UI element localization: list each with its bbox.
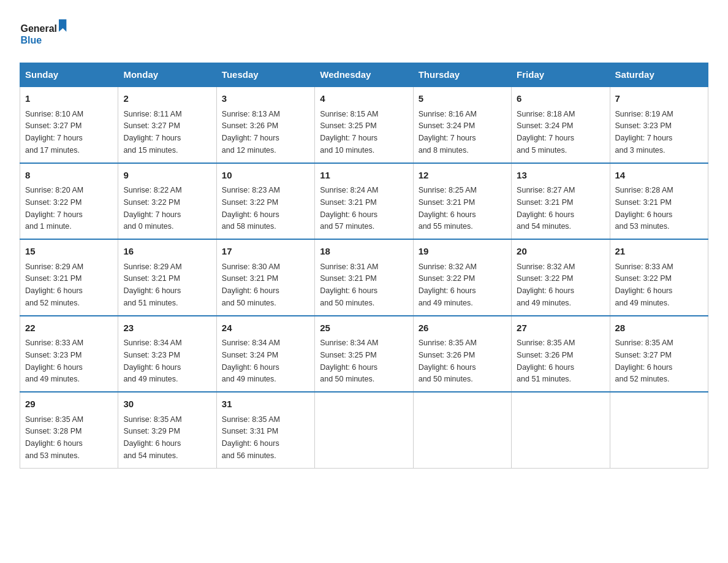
day-info: Sunrise: 8:19 AMSunset: 3:23 PMDaylight:…: [615, 110, 673, 155]
day-info: Sunrise: 8:30 AMSunset: 3:21 PMDaylight:…: [222, 262, 280, 307]
week-row-3: 15Sunrise: 8:29 AMSunset: 3:21 PMDayligh…: [20, 239, 708, 316]
calendar-cell: 28Sunrise: 8:35 AMSunset: 3:27 PMDayligh…: [610, 316, 708, 393]
calendar-cell: 10Sunrise: 8:23 AMSunset: 3:22 PMDayligh…: [216, 163, 314, 240]
calendar-cell: 30Sunrise: 8:35 AMSunset: 3:29 PMDayligh…: [118, 392, 216, 468]
calendar-header-row: SundayMondayTuesdayWednesdayThursdayFrid…: [20, 63, 708, 87]
calendar-cell: 14Sunrise: 8:28 AMSunset: 3:21 PMDayligh…: [610, 163, 708, 240]
day-number: 7: [615, 92, 703, 106]
calendar-cell: 18Sunrise: 8:31 AMSunset: 3:21 PMDayligh…: [315, 239, 413, 316]
header-thursday: Thursday: [413, 63, 511, 87]
day-number: 18: [320, 245, 408, 259]
day-info: Sunrise: 8:34 AMSunset: 3:25 PMDaylight:…: [320, 339, 378, 383]
calendar-cell: 17Sunrise: 8:30 AMSunset: 3:21 PMDayligh…: [216, 239, 314, 316]
calendar-cell: 31Sunrise: 8:35 AMSunset: 3:31 PMDayligh…: [216, 392, 314, 468]
day-info: Sunrise: 8:13 AMSunset: 3:26 PMDaylight:…: [222, 110, 280, 155]
day-info: Sunrise: 8:35 AMSunset: 3:28 PMDaylight:…: [25, 415, 83, 460]
calendar-cell: [315, 392, 413, 468]
day-number: 23: [123, 321, 211, 335]
day-number: 9: [123, 169, 211, 183]
calendar-cell: 5Sunrise: 8:16 AMSunset: 3:24 PMDaylight…: [413, 86, 511, 163]
day-number: 3: [222, 92, 309, 106]
day-number: 30: [123, 397, 211, 412]
day-info: Sunrise: 8:18 AMSunset: 3:24 PMDaylight:…: [517, 110, 575, 155]
day-number: 10: [222, 169, 309, 183]
day-info: Sunrise: 8:25 AMSunset: 3:21 PMDaylight:…: [419, 186, 477, 231]
calendar-cell: 9Sunrise: 8:22 AMSunset: 3:22 PMDaylight…: [118, 163, 216, 240]
day-number: 5: [419, 92, 506, 106]
calendar-cell: 19Sunrise: 8:32 AMSunset: 3:22 PMDayligh…: [413, 239, 511, 316]
calendar-cell: 24Sunrise: 8:34 AMSunset: 3:24 PMDayligh…: [216, 316, 314, 393]
calendar-cell: 29Sunrise: 8:35 AMSunset: 3:28 PMDayligh…: [20, 392, 118, 468]
calendar-cell: 3Sunrise: 8:13 AMSunset: 3:26 PMDaylight…: [216, 86, 314, 163]
day-info: Sunrise: 8:32 AMSunset: 3:22 PMDaylight:…: [517, 262, 575, 307]
calendar-cell: 26Sunrise: 8:35 AMSunset: 3:26 PMDayligh…: [413, 316, 511, 393]
day-info: Sunrise: 8:28 AMSunset: 3:21 PMDaylight:…: [615, 186, 673, 231]
day-number: 24: [222, 321, 309, 335]
calendar-cell: 27Sunrise: 8:35 AMSunset: 3:26 PMDayligh…: [512, 316, 610, 393]
day-number: 25: [320, 321, 408, 335]
header-friday: Friday: [512, 63, 610, 87]
calendar-cell: 7Sunrise: 8:19 AMSunset: 3:23 PMDaylight…: [610, 86, 708, 163]
week-row-4: 22Sunrise: 8:33 AMSunset: 3:23 PMDayligh…: [20, 316, 708, 393]
day-info: Sunrise: 8:20 AMSunset: 3:22 PMDaylight:…: [25, 186, 83, 231]
day-number: 14: [615, 169, 703, 183]
day-info: Sunrise: 8:24 AMSunset: 3:21 PMDaylight:…: [320, 186, 378, 231]
day-info: Sunrise: 8:35 AMSunset: 3:26 PMDaylight:…: [517, 339, 575, 383]
calendar-cell: 21Sunrise: 8:33 AMSunset: 3:22 PMDayligh…: [610, 239, 708, 316]
day-info: Sunrise: 8:31 AMSunset: 3:21 PMDaylight:…: [320, 262, 378, 307]
calendar-cell: 4Sunrise: 8:15 AMSunset: 3:25 PMDaylight…: [315, 86, 413, 163]
day-number: 16: [123, 245, 211, 259]
calendar-cell: 2Sunrise: 8:11 AMSunset: 3:27 PMDaylight…: [118, 86, 216, 163]
day-info: Sunrise: 8:15 AMSunset: 3:25 PMDaylight:…: [320, 110, 378, 155]
day-number: 12: [419, 169, 506, 183]
day-number: 15: [25, 245, 113, 259]
day-number: 20: [517, 245, 604, 259]
header-saturday: Saturday: [610, 63, 708, 87]
day-info: Sunrise: 8:23 AMSunset: 3:22 PMDaylight:…: [222, 186, 280, 231]
day-number: 1: [25, 92, 113, 106]
svg-text:Blue: Blue: [20, 35, 42, 45]
calendar-cell: 20Sunrise: 8:32 AMSunset: 3:22 PMDayligh…: [512, 239, 610, 316]
day-info: Sunrise: 8:27 AMSunset: 3:21 PMDaylight:…: [517, 186, 575, 231]
logo-svg: General Blue: [20, 15, 69, 52]
calendar-cell: 15Sunrise: 8:29 AMSunset: 3:21 PMDayligh…: [20, 239, 118, 316]
week-row-1: 1Sunrise: 8:10 AMSunset: 3:27 PMDaylight…: [20, 86, 708, 163]
calendar-cell: 6Sunrise: 8:18 AMSunset: 3:24 PMDaylight…: [512, 86, 610, 163]
day-number: 11: [320, 169, 408, 183]
day-number: 2: [123, 92, 211, 106]
day-info: Sunrise: 8:29 AMSunset: 3:21 PMDaylight:…: [123, 262, 181, 307]
day-info: Sunrise: 8:35 AMSunset: 3:27 PMDaylight:…: [615, 339, 673, 383]
day-number: 4: [320, 92, 408, 106]
day-info: Sunrise: 8:33 AMSunset: 3:22 PMDaylight:…: [615, 262, 673, 307]
calendar-cell: [610, 392, 708, 468]
logo: General Blue: [20, 15, 69, 52]
svg-marker-1: [59, 19, 66, 31]
day-number: 21: [615, 245, 703, 259]
day-info: Sunrise: 8:29 AMSunset: 3:21 PMDaylight:…: [25, 262, 83, 307]
day-info: Sunrise: 8:32 AMSunset: 3:22 PMDaylight:…: [419, 262, 477, 307]
week-row-2: 8Sunrise: 8:20 AMSunset: 3:22 PMDaylight…: [20, 163, 708, 240]
day-info: Sunrise: 8:22 AMSunset: 3:22 PMDaylight:…: [123, 186, 181, 231]
day-info: Sunrise: 8:33 AMSunset: 3:23 PMDaylight:…: [25, 339, 83, 383]
page-header: General Blue: [20, 15, 708, 52]
calendar-cell: 1Sunrise: 8:10 AMSunset: 3:27 PMDaylight…: [20, 86, 118, 163]
day-info: Sunrise: 8:10 AMSunset: 3:27 PMDaylight:…: [25, 110, 83, 155]
day-number: 26: [419, 321, 506, 335]
day-number: 27: [517, 321, 604, 335]
day-number: 8: [25, 169, 113, 183]
calendar-cell: 11Sunrise: 8:24 AMSunset: 3:21 PMDayligh…: [315, 163, 413, 240]
header-tuesday: Tuesday: [216, 63, 314, 87]
calendar-cell: 23Sunrise: 8:34 AMSunset: 3:23 PMDayligh…: [118, 316, 216, 393]
day-number: 29: [25, 397, 113, 412]
day-number: 6: [517, 92, 604, 106]
svg-text:General: General: [20, 23, 57, 34]
header-monday: Monday: [118, 63, 216, 87]
day-number: 17: [222, 245, 309, 259]
day-number: 22: [25, 321, 113, 335]
day-info: Sunrise: 8:11 AMSunset: 3:27 PMDaylight:…: [123, 110, 181, 155]
day-info: Sunrise: 8:16 AMSunset: 3:24 PMDaylight:…: [419, 110, 477, 155]
calendar-table: SundayMondayTuesdayWednesdayThursdayFrid…: [20, 63, 708, 469]
day-info: Sunrise: 8:34 AMSunset: 3:23 PMDaylight:…: [123, 339, 181, 383]
calendar-cell: 25Sunrise: 8:34 AMSunset: 3:25 PMDayligh…: [315, 316, 413, 393]
day-number: 28: [615, 321, 703, 335]
